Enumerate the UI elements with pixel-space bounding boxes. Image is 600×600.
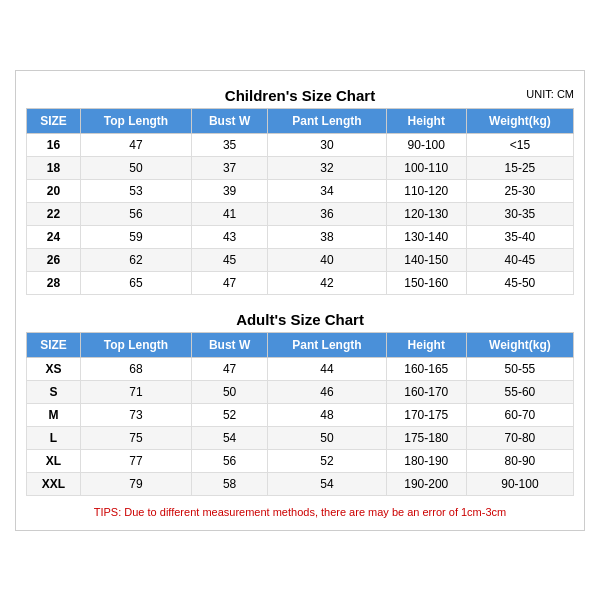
table-cell: 47: [192, 271, 268, 294]
table-cell: M: [27, 403, 81, 426]
table-cell: 41: [192, 202, 268, 225]
table-cell: 45: [192, 248, 268, 271]
children-col-height: Height: [386, 108, 466, 133]
table-cell: 70-80: [466, 426, 573, 449]
table-row: 22564136120-13030-35: [27, 202, 574, 225]
table-row: 28654742150-16045-50: [27, 271, 574, 294]
children-col-pant-length: Pant Length: [268, 108, 386, 133]
children-col-size: SIZE: [27, 108, 81, 133]
children-col-weight: Weight(kg): [466, 108, 573, 133]
tips-text: TIPS: Due to different measurement metho…: [26, 500, 574, 520]
table-cell: 160-165: [386, 357, 466, 380]
table-cell: 50: [80, 156, 191, 179]
table-cell: 60-70: [466, 403, 573, 426]
table-row: 1647353090-100<15: [27, 133, 574, 156]
table-cell: 52: [192, 403, 268, 426]
table-row: S715046160-17055-60: [27, 380, 574, 403]
table-cell: 15-25: [466, 156, 573, 179]
unit-label: UNIT: CM: [526, 88, 574, 100]
table-cell: 47: [80, 133, 191, 156]
chart-container: Children's Size Chart UNIT: CM SIZE Top …: [15, 70, 585, 531]
table-cell: 58: [192, 472, 268, 495]
table-row: XS684744160-16550-55: [27, 357, 574, 380]
adults-col-pant-length: Pant Length: [268, 332, 386, 357]
table-cell: 75: [80, 426, 191, 449]
children-col-bust-w: Bust W: [192, 108, 268, 133]
table-cell: <15: [466, 133, 573, 156]
table-cell: 54: [192, 426, 268, 449]
table-cell: 48: [268, 403, 386, 426]
table-cell: 38: [268, 225, 386, 248]
table-cell: 42: [268, 271, 386, 294]
table-cell: 37: [192, 156, 268, 179]
table-cell: 175-180: [386, 426, 466, 449]
table-cell: 65: [80, 271, 191, 294]
table-cell: 73: [80, 403, 191, 426]
table-cell: 59: [80, 225, 191, 248]
table-cell: 110-120: [386, 179, 466, 202]
table-cell: 20: [27, 179, 81, 202]
table-cell: 24: [27, 225, 81, 248]
table-cell: 130-140: [386, 225, 466, 248]
table-cell: 45-50: [466, 271, 573, 294]
children-title-text: Children's Size Chart: [225, 87, 375, 104]
table-row: M735248170-17560-70: [27, 403, 574, 426]
table-cell: 39: [192, 179, 268, 202]
adults-header-row: SIZE Top Length Bust W Pant Length Heigh…: [27, 332, 574, 357]
table-cell: 26: [27, 248, 81, 271]
table-cell: 55-60: [466, 380, 573, 403]
table-cell: 71: [80, 380, 191, 403]
table-cell: 47: [192, 357, 268, 380]
table-cell: 18: [27, 156, 81, 179]
table-cell: 68: [80, 357, 191, 380]
table-cell: 80-90: [466, 449, 573, 472]
table-cell: 35-40: [466, 225, 573, 248]
children-header-row: SIZE Top Length Bust W Pant Length Heigh…: [27, 108, 574, 133]
table-cell: 190-200: [386, 472, 466, 495]
adults-col-weight: Weight(kg): [466, 332, 573, 357]
table-cell: 77: [80, 449, 191, 472]
adults-col-bust-w: Bust W: [192, 332, 268, 357]
table-cell: 28: [27, 271, 81, 294]
table-cell: 180-190: [386, 449, 466, 472]
children-title: Children's Size Chart UNIT: CM: [26, 81, 574, 108]
adults-col-size: SIZE: [27, 332, 81, 357]
table-row: 20533934110-12025-30: [27, 179, 574, 202]
table-cell: 34: [268, 179, 386, 202]
table-cell: 16: [27, 133, 81, 156]
children-col-top-length: Top Length: [80, 108, 191, 133]
table-cell: 25-30: [466, 179, 573, 202]
table-row: 18503732100-11015-25: [27, 156, 574, 179]
table-cell: 35: [192, 133, 268, 156]
table-cell: 100-110: [386, 156, 466, 179]
table-cell: XL: [27, 449, 81, 472]
adults-col-top-length: Top Length: [80, 332, 191, 357]
adults-col-height: Height: [386, 332, 466, 357]
table-row: 24594338130-14035-40: [27, 225, 574, 248]
table-cell: 43: [192, 225, 268, 248]
table-cell: 160-170: [386, 380, 466, 403]
table-cell: 22: [27, 202, 81, 225]
table-cell: 54: [268, 472, 386, 495]
table-cell: 44: [268, 357, 386, 380]
table-cell: 79: [80, 472, 191, 495]
table-cell: XS: [27, 357, 81, 380]
table-cell: 40: [268, 248, 386, 271]
table-cell: 90-100: [386, 133, 466, 156]
table-cell: 90-100: [466, 472, 573, 495]
table-cell: 40-45: [466, 248, 573, 271]
table-cell: 120-130: [386, 202, 466, 225]
table-cell: 170-175: [386, 403, 466, 426]
table-cell: 50: [192, 380, 268, 403]
table-row: XL775652180-19080-90: [27, 449, 574, 472]
table-cell: 140-150: [386, 248, 466, 271]
table-cell: 30-35: [466, 202, 573, 225]
table-cell: 50: [268, 426, 386, 449]
table-cell: 62: [80, 248, 191, 271]
table-cell: 53: [80, 179, 191, 202]
table-cell: L: [27, 426, 81, 449]
table-cell: 36: [268, 202, 386, 225]
table-cell: 50-55: [466, 357, 573, 380]
adults-title-text: Adult's Size Chart: [236, 311, 364, 328]
table-cell: S: [27, 380, 81, 403]
